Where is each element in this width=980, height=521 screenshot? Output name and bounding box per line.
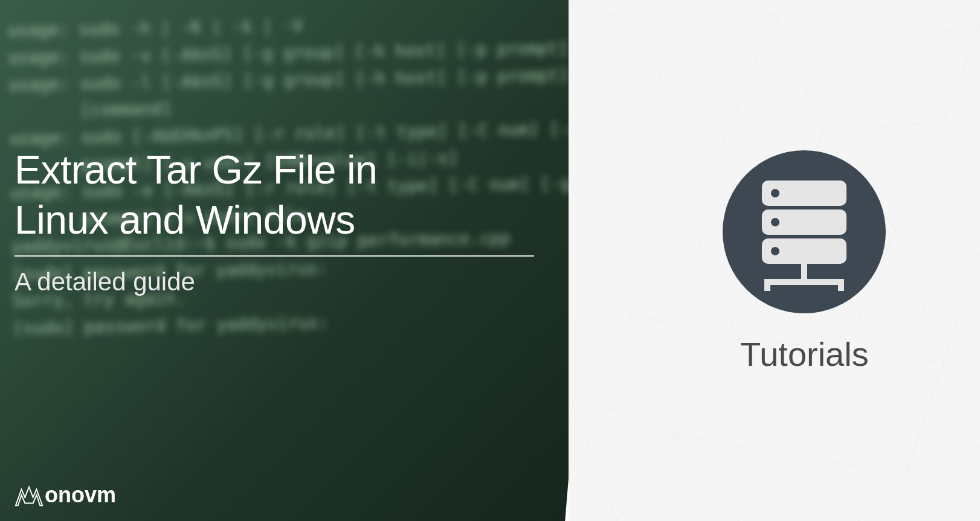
svg-marker-14 (569, 392, 677, 521)
svg-point-24 (771, 247, 779, 255)
svg-rect-25 (801, 264, 807, 279)
svg-rect-26 (767, 279, 842, 285)
svg-marker-17 (907, 447, 980, 521)
svg-marker-11 (629, 314, 738, 435)
svg-marker-1 (677, 12, 774, 109)
svg-point-20 (771, 189, 779, 197)
svg-marker-7 (569, 181, 689, 314)
svg-marker-15 (677, 435, 798, 521)
svg-marker-2 (774, 12, 871, 133)
svg-point-22 (771, 218, 779, 226)
divider-line (15, 255, 534, 257)
title-line-1: Extract Tar Gz File in (15, 147, 377, 192)
svg-marker-3 (871, 24, 980, 121)
left-panel: usage: sudo -h | -K | -k | -V usage: sud… (0, 0, 608, 521)
server-icon (720, 147, 889, 316)
title-block: Extract Tar Gz File in Linux and Windows… (15, 145, 534, 296)
brand-logo: onovm (15, 482, 116, 508)
logo-m-icon (15, 483, 44, 507)
title-line-2: Linux and Windows (15, 197, 355, 242)
tutorials-label: Tutorials (740, 334, 869, 374)
main-title: Extract Tar Gz File in Linux and Windows (15, 145, 534, 245)
right-panel: Tutorials (569, 0, 980, 521)
svg-rect-27 (764, 279, 770, 291)
svg-marker-16 (798, 459, 907, 521)
subtitle: A detailed guide (15, 267, 534, 296)
banner-image: usage: sudo -h | -K | -k | -V usage: sud… (0, 0, 980, 521)
brand-name: onovm (45, 482, 116, 508)
svg-marker-10 (895, 229, 980, 362)
svg-rect-28 (838, 279, 844, 291)
svg-marker-0 (569, 0, 677, 121)
